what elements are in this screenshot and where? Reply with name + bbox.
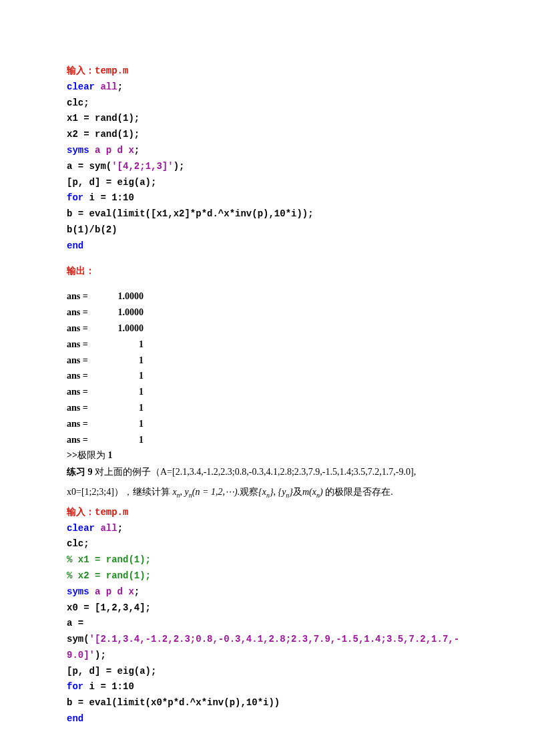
ans-row: ans =1 [67, 337, 467, 353]
code2-line9: [p, d] = eig(a); [67, 664, 467, 680]
code2-line5: syms a p d x; [67, 584, 467, 600]
code2-line6: x0 = [1,2,3,4]; [67, 600, 467, 616]
code2-line4: % x2 = rand(1); [67, 568, 467, 584]
input-header-1: 输入：temp.m [67, 63, 467, 79]
input-filename: temp.m [95, 65, 128, 76]
code2-line7: a = [67, 616, 467, 632]
code2-line3: % x1 = rand(1); [67, 552, 467, 568]
code1-line8: for i = 1:10 [67, 190, 467, 206]
ans-row: ans =1 [67, 432, 467, 448]
code1-line7: [p, d] = eig(a); [67, 175, 467, 191]
code1-line11: end [67, 238, 467, 254]
code1-line4: x2 = rand(1); [67, 127, 467, 143]
code1-line6: a = sym('[4,2;1,3]'); [67, 159, 467, 175]
code1-line9: b = eval(limit([x1,x2]*p*d.^x*inv(p),10*… [67, 206, 467, 222]
exercise-line2: x0=[1;2;3;4]），继续计算 xn, yn(n = 1,2,⋯).观察{… [67, 484, 467, 501]
code2-line10: for i = 1:10 [67, 679, 467, 695]
ans-block: ans =1.0000 ans =1.0000 ans =1.0000 ans … [67, 289, 467, 447]
document-page: 输入：temp.m clear all; clc; x1 = rand(1); … [0, 0, 534, 756]
ans-row: ans =1.0000 [67, 305, 467, 321]
ans-row: ans =1.0000 [67, 289, 467, 305]
input-header-2: 输入：temp.m [67, 505, 467, 521]
exercise-line1: 练习 9 对上面的例子（A=[2.1,3.4,-1.2,2.3;0.8,-0.3… [67, 464, 467, 480]
code2-line11: b = eval(limit(x0*p*d.^x*inv(p),10*i)) [67, 695, 467, 711]
code2-line1: clear all; [67, 521, 467, 537]
ans-row: ans =1 [67, 416, 467, 432]
output-header: 输出： [67, 264, 467, 280]
code1-line2: clc; [67, 96, 467, 112]
code2-line12: end [67, 711, 467, 727]
code1-line1: clear all; [67, 79, 467, 96]
code1-line10: b(1)/b(2) [67, 222, 467, 238]
code1-line3: x1 = rand(1); [67, 111, 467, 127]
code1-line5: syms a p d x; [67, 143, 467, 159]
input-label: 输入： [67, 65, 95, 76]
ans-row: ans =1 [67, 368, 467, 384]
code2-line8: sym('[2.1,3.4,-1.2,2.3;0.8,-0.3,4.1,2.8;… [67, 632, 467, 664]
ans-row: ans =1 [67, 384, 467, 400]
code2-line2: clc; [67, 536, 467, 552]
ans-row: ans =1 [67, 353, 467, 369]
ans-row: ans =1.0000 [67, 321, 467, 337]
ans-row: ans =1 [67, 400, 467, 416]
limit-line: >>极限为 1 [67, 447, 467, 464]
